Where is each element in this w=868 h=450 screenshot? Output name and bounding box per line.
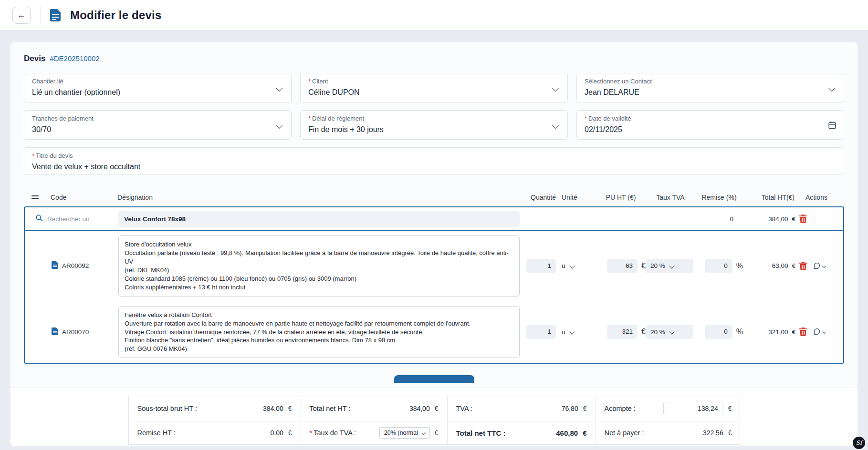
back-arrow-icon: ← — [17, 10, 26, 20]
column-header-actions: Actions — [796, 194, 837, 201]
unit-price-input[interactable]: 321 — [607, 325, 638, 339]
date-validite-input[interactable]: * Date de validité 02/11/2025 — [576, 110, 844, 140]
validite-label: * Date de validité — [585, 115, 836, 123]
currency-label: € — [641, 262, 646, 270]
total-net-ht-value: 384,00 — [409, 405, 430, 412]
article-file-icon — [52, 327, 58, 337]
delai-reglement-select[interactable]: * Délai de règlement Fin de mois + 30 jo… — [300, 110, 568, 140]
taux-tva-label: * Taux de TVA : — [310, 429, 356, 437]
article-code: AR00092 — [62, 262, 89, 269]
devis-number-link[interactable]: #DE202510002 — [50, 54, 99, 62]
new-line-row: Rechercher un Velux Confort 78x98 0 384,… — [25, 207, 843, 231]
top-bar: ← Modifier le devis — [0, 0, 868, 31]
delete-line-button[interactable] — [799, 215, 807, 223]
taux-tva-select[interactable]: 20% (normal — [379, 427, 430, 439]
total-ttc-label: Total net TTC : — [456, 429, 506, 437]
titre-devis-input[interactable]: * Titre du devis Vente de velux + store … — [24, 147, 844, 175]
column-header-total-ht: Total HT(€) — [744, 194, 796, 201]
table-row: AR00092 Store d'occultation velux Occult… — [25, 231, 843, 301]
column-header-remise: Remise (%) — [694, 194, 744, 201]
required-asterisk: * — [585, 115, 587, 123]
required-asterisk: * — [308, 78, 311, 85]
column-header-taux-tva: Taux TVA — [647, 194, 694, 201]
total-ttc-value: 460,80 — [556, 429, 578, 437]
client-select[interactable]: * Client Céline DUPON — [300, 73, 568, 102]
acompte-cell: Acompte : 138,24 € — [596, 396, 741, 421]
search-icon — [35, 214, 43, 224]
devis-card: Devis #DE202510002 Chantier lié Lié un c… — [10, 42, 858, 446]
unit-select[interactable]: u — [557, 328, 594, 336]
acompte-input[interactable]: 138,24 — [663, 402, 723, 415]
contact-value: Jean DELARUE — [585, 88, 836, 97]
table-body: Rechercher un Velux Confort 78x98 0 384,… — [24, 206, 844, 364]
total-ttc-cell: Total net TTC : 460,80€ — [447, 421, 596, 444]
tranches-select[interactable]: Tranches de paiement 30/70 — [24, 110, 292, 140]
remise-ht-label: Remise HT : — [137, 429, 176, 437]
actions-cell — [795, 215, 836, 223]
calendar-icon[interactable] — [828, 121, 836, 131]
chevron-down-icon — [569, 263, 575, 268]
sous-total-value: 384,00 — [263, 405, 283, 412]
quantity-input[interactable]: 1 — [526, 259, 556, 273]
client-value: Céline DUPON — [308, 88, 560, 97]
description-textarea[interactable]: Store d'occultation velux Occultation pa… — [118, 235, 520, 297]
chevron-down-icon — [822, 264, 826, 268]
page-title: Modifier le devis — [70, 9, 161, 22]
article-file-icon — [52, 261, 58, 270]
devis-label: Devis — [24, 54, 45, 63]
back-button[interactable]: ← — [12, 7, 31, 24]
quote-document-icon — [50, 9, 61, 21]
chantier-label: Chantier lié — [32, 78, 283, 85]
contact-label: Sélectionnez un Contact — [585, 78, 836, 85]
delai-label: * Délai de règlement — [308, 115, 560, 123]
delete-line-button[interactable] — [799, 327, 807, 336]
actions-cell — [795, 262, 836, 270]
taux-tva-cell: * Taux de TVA : 20% (normal € — [301, 421, 447, 444]
actions-cell — [795, 327, 836, 336]
description-textarea[interactable]: Fenêtre velux à rotation Confort Ouvertu… — [118, 306, 520, 358]
header-divider — [40, 7, 41, 23]
tva-select[interactable]: 20 % — [646, 259, 693, 273]
discount-input[interactable]: 0 — [705, 259, 732, 273]
contact-select[interactable]: Sélectionnez un Contact Jean DELARUE — [576, 73, 844, 102]
validite-value: 02/11/2025 — [585, 125, 836, 134]
titre-value: Vente de velux + store occultant — [32, 163, 836, 171]
totals-footer: Sous-total brut HT : 384,00€ Total net H… — [10, 388, 858, 446]
chevron-down-icon — [822, 330, 826, 334]
total-ht-value: 63,00€ — [743, 262, 795, 269]
net-a-payer-label: Net à payer : — [605, 429, 644, 437]
delete-line-button[interactable] — [799, 262, 807, 270]
net-a-payer-value: 322,56 — [703, 429, 723, 437]
chantier-select[interactable]: Chantier lié Lié un chantier (optionnel) — [24, 73, 292, 102]
total-ht-value: 384,00€ — [743, 215, 795, 223]
currency-label: € — [641, 327, 646, 336]
tranches-label: Tranches de paiement — [32, 115, 283, 123]
lines-table: Code Désignation Quantité Unité PU HT (€… — [24, 189, 844, 364]
designation-input[interactable]: Velux Confort 78x98 — [118, 211, 520, 227]
tva-select[interactable]: 20 % — [646, 325, 693, 339]
chat-widget-button[interactable]: Sf — [853, 437, 865, 449]
devis-form: Chantier lié Lié un chantier (optionnel)… — [24, 73, 844, 140]
search-input[interactable]: Rechercher un — [32, 214, 118, 224]
tva-cell: TVA : 76,80€ — [447, 396, 596, 421]
table-header-row: Code Désignation Quantité Unité PU HT (€… — [24, 189, 844, 205]
comment-button[interactable] — [813, 328, 826, 336]
unit-price-input[interactable]: 63 — [607, 259, 638, 273]
required-asterisk: * — [310, 429, 313, 437]
quantity-input[interactable]: 1 — [526, 325, 556, 339]
drag-handle-icon — [31, 194, 51, 201]
comment-button[interactable] — [813, 262, 826, 270]
add-line-button[interactable] — [394, 375, 474, 383]
devis-heading: Devis #DE202510002 — [24, 54, 844, 63]
table-row: AR00070 Fenêtre velux à rotation Confort… — [25, 301, 843, 363]
total-ht-value: 321,00€ — [743, 328, 795, 336]
tva-label: TVA : — [456, 405, 472, 412]
discount-input[interactable]: 0 — [705, 325, 732, 339]
column-header-designation: Désignation — [117, 194, 521, 201]
unit-select[interactable]: u — [557, 262, 594, 269]
chevron-down-icon — [669, 329, 674, 335]
client-label: * Client — [308, 78, 560, 85]
chevron-down-icon — [569, 329, 575, 335]
designation-cell: Velux Confort 78x98 — [118, 211, 520, 227]
net-a-payer-cell: Net à payer : 322,56€ — [596, 421, 741, 444]
